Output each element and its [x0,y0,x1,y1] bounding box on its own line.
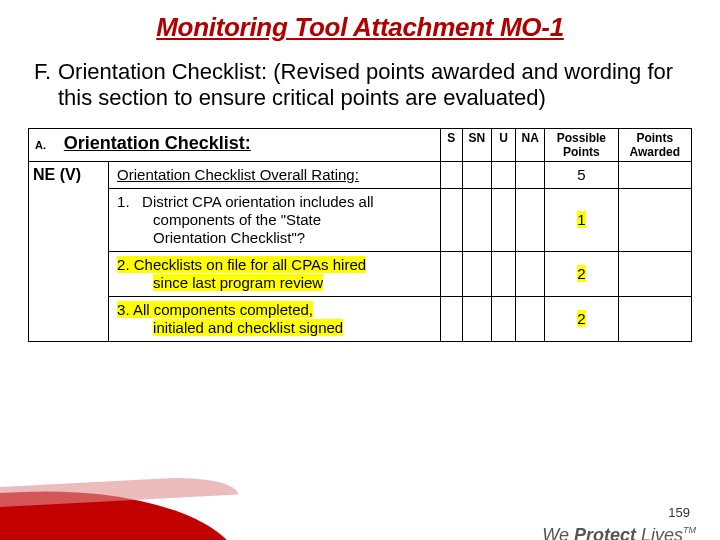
row0-u [491,161,515,188]
section-f-para: F. Orientation Checklist: (Revised point… [34,59,686,112]
table-row: NE (V) Orientation Checklist Overall Rat… [29,161,692,188]
row0-desc: Orientation Checklist Overall Rating: [109,161,441,188]
row3-desc: 3. All components completed, initialed a… [109,296,441,341]
checklist-table: A. Orientation Checklist: S SN U NA Poss… [28,128,692,342]
hdr-s: S [440,128,462,161]
hdr-possible-points: Possible Points [545,128,618,161]
table-row: 2. Checklists on file for all CPAs hired… [29,251,692,296]
row0-desc-text: Orientation Checklist Overall Rating: [117,166,432,184]
table-header-row: A. Orientation Checklist: S SN U NA Poss… [29,128,692,161]
row2-na [516,251,545,296]
row1-desc: 1. District CPA orientation includes all… [109,188,441,251]
row2-possible: 2 [545,251,618,296]
row0-possible: 5 [545,161,618,188]
row2-desc: 2. Checklists on file for all CPAs hired… [109,251,441,296]
row2-awarded [618,251,691,296]
hdr-points-awarded: Points Awarded [618,128,691,161]
tagline-suffix: Lives [636,525,683,540]
row1-line2: Orientation Checklist"? [135,229,305,246]
page-title: Monitoring Tool Attachment MO-1 [0,12,720,43]
row3-s [440,296,462,341]
row0-s [440,161,462,188]
row2-u [491,251,515,296]
row2-line0: Checklists on file for all CPAs hired [134,256,366,273]
row1-possible: 1 [545,188,618,251]
row1-s [440,188,462,251]
row3-line0: All components completed, [130,301,313,318]
row0-na [516,161,545,188]
hdr-sn: SN [462,128,491,161]
row2-s [440,251,462,296]
hdr-section: A. Orientation Checklist: [29,128,441,161]
footer-tagline: We Protect LivesTM [542,525,696,540]
footer: We Protect LivesTM [0,507,720,540]
row3-num: 3. [117,301,130,318]
row1-line1: components of the "State [135,211,321,228]
row2-sn [462,251,491,296]
table-row: 1. District CPA orientation includes all… [29,188,692,251]
checklist-table-wrap: A. Orientation Checklist: S SN U NA Poss… [28,128,692,342]
tagline-prefix: We [542,525,574,540]
row0-sn [462,161,491,188]
row3-sn [462,296,491,341]
row3-na [516,296,545,341]
row-ne-label: NE (V) [29,161,109,341]
row3-awarded [618,296,691,341]
row1-sn [462,188,491,251]
row1-u [491,188,515,251]
row0-awarded [618,161,691,188]
row3-u [491,296,515,341]
hdr-section-mark: A. [35,139,46,151]
row1-line0: District CPA orientation includes all [142,193,374,210]
section-letter: F. [34,59,58,112]
hdr-u: U [491,128,515,161]
hdr-na: NA [516,128,545,161]
row2-num: 2. [117,256,130,273]
trademark-icon: TM [683,525,696,535]
row1-num: 1. [117,193,130,210]
table-row: 3. All components completed, initialed a… [29,296,692,341]
tagline-bold: Protect [574,525,636,540]
row1-na [516,188,545,251]
section-text: Orientation Checklist: (Revised points a… [58,59,686,112]
row1-awarded [618,188,691,251]
row2-line1: since last program review [153,274,323,291]
hdr-section-title: Orientation Checklist: [64,133,251,153]
row3-line1: initialed and checklist signed [153,319,343,336]
footer-swoosh [0,481,242,540]
row3-possible: 2 [545,296,618,341]
